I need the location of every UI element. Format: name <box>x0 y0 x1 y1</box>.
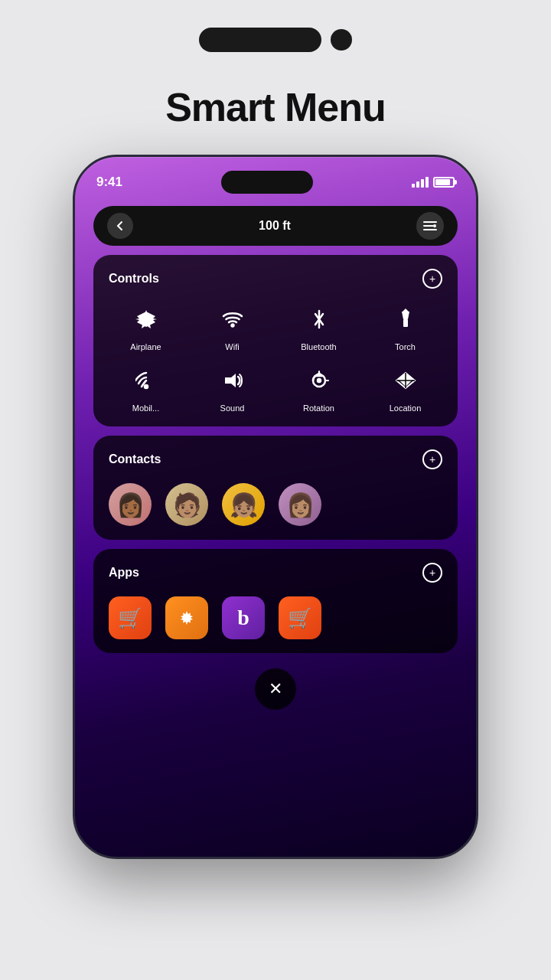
nav-back-button[interactable] <box>107 213 133 239</box>
svg-point-1 <box>231 325 233 327</box>
location-icon <box>389 364 422 397</box>
contact-avatar-2[interactable]: 🧑🏽 <box>165 483 208 526</box>
signal-icon <box>412 177 429 188</box>
controls-panel: Controls + Airplane <box>93 255 458 426</box>
apps-row: 🛒 b 🛒 <box>109 596 442 639</box>
controls-header: Controls + <box>109 269 442 289</box>
svg-marker-4 <box>403 309 409 312</box>
contacts-row: 👩🏾 🧑🏽 👧🏽 👩🏽 <box>109 483 442 526</box>
airplane-label: Airplane <box>130 342 161 351</box>
rotation-label: Rotation <box>303 403 334 413</box>
contacts-header: Contacts + <box>109 449 442 469</box>
rotation-icon <box>302 364 336 397</box>
dynamic-island <box>199 28 352 52</box>
status-bar: 9:41 <box>75 157 476 200</box>
bluetooth-label: Bluetooth <box>301 342 336 351</box>
control-rotation[interactable]: Rotation <box>282 364 356 413</box>
svg-point-0 <box>433 224 436 227</box>
settings-app-icon <box>175 606 198 629</box>
controls-grid: Airplane Wifi <box>109 302 442 413</box>
menu-icon <box>423 220 437 231</box>
control-sound[interactable]: Sound <box>195 364 269 413</box>
page-title: Smart Menu <box>165 84 386 130</box>
app-icon-3[interactable]: b <box>222 596 265 639</box>
wifi-icon <box>216 302 249 336</box>
airplane-icon <box>129 302 163 336</box>
svg-point-5 <box>145 385 148 388</box>
contact-avatar-4[interactable]: 👩🏽 <box>279 483 321 526</box>
controls-add-button[interactable]: + <box>422 269 442 289</box>
dynamic-island-pill <box>199 28 321 52</box>
phone-frame: 9:41 100 ft <box>73 155 478 859</box>
nav-bar: 100 ft <box>93 206 458 246</box>
wifi-label: Wifi <box>225 342 239 351</box>
close-icon: ✕ <box>269 679 282 699</box>
apps-header: Apps + <box>109 563 442 583</box>
nav-distance: 100 ft <box>259 219 291 233</box>
mobile-icon <box>129 364 163 397</box>
status-center-pill <box>221 171 313 194</box>
sound-label: Sound <box>220 403 245 413</box>
nav-menu-button[interactable] <box>416 212 444 240</box>
location-label: Location <box>390 403 422 413</box>
control-airplane[interactable]: Airplane <box>109 302 183 351</box>
control-bluetooth[interactable]: Bluetooth <box>282 302 356 351</box>
app-icon-2[interactable] <box>165 596 208 639</box>
svg-point-8 <box>318 379 321 382</box>
mobile-label: Mobil... <box>132 403 159 413</box>
app-icon-4[interactable]: 🛒 <box>279 596 321 639</box>
battery-icon <box>433 177 455 188</box>
contact-avatar-3[interactable]: 👧🏽 <box>222 483 265 526</box>
apps-panel: Apps + 🛒 b 🛒 <box>93 549 458 653</box>
status-right <box>412 177 455 188</box>
close-button[interactable]: ✕ <box>255 668 296 710</box>
contacts-title: Contacts <box>109 452 161 466</box>
status-time: 9:41 <box>96 175 122 190</box>
contact-avatar-1[interactable]: 👩🏾 <box>109 483 152 526</box>
torch-icon <box>389 302 422 336</box>
svg-marker-6 <box>225 374 236 387</box>
sound-icon <box>216 364 249 397</box>
contacts-add-button[interactable]: + <box>422 449 442 469</box>
control-location[interactable]: Location <box>368 364 442 413</box>
controls-title: Controls <box>109 272 159 286</box>
contacts-panel: Contacts + 👩🏾 🧑🏽 👧🏽 👩🏽 <box>93 436 458 540</box>
apps-title: Apps <box>109 566 139 580</box>
dynamic-island-dot <box>331 29 352 51</box>
bluetooth-icon <box>302 302 336 336</box>
control-wifi[interactable]: Wifi <box>195 302 269 351</box>
app-icon-1[interactable]: 🛒 <box>109 596 152 639</box>
control-torch[interactable]: Torch <box>368 302 442 351</box>
svg-marker-9 <box>317 373 321 376</box>
svg-rect-3 <box>403 319 408 327</box>
control-mobile[interactable]: Mobil... <box>109 364 183 413</box>
apps-add-button[interactable]: + <box>422 563 442 583</box>
back-icon <box>114 220 126 232</box>
torch-label: Torch <box>395 342 416 351</box>
